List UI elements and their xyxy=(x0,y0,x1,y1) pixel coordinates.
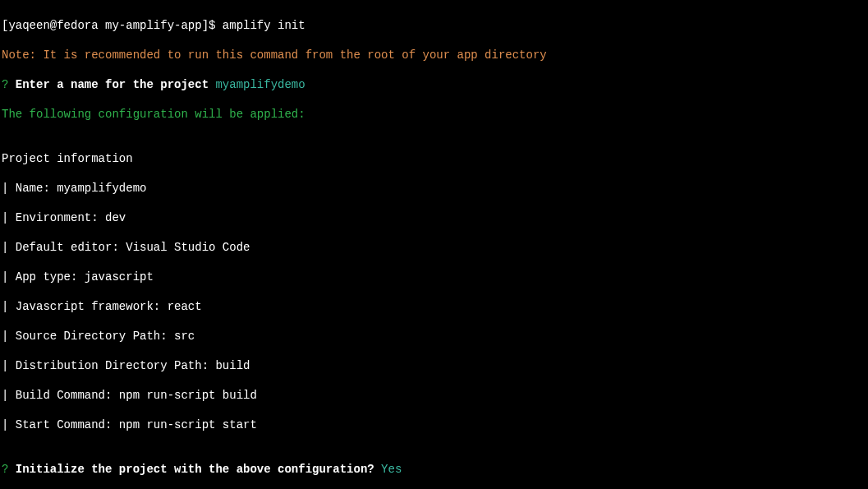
proj-build: | Build Command: npm run-script build xyxy=(2,389,257,402)
proj-framework: | Javascript framework: react xyxy=(2,300,202,313)
proj-apptype: | App type: javascript xyxy=(2,270,154,284)
proj-env: | Environment: dev xyxy=(2,211,126,224)
note-line: Note: It is recommended to run this comm… xyxy=(2,48,547,62)
proj-distdir: | Distribution Directory Path: build xyxy=(2,359,250,372)
proj-name: | Name: myamplifydemo xyxy=(2,182,146,195)
q-init-answer: Yes xyxy=(381,463,402,476)
typed-command: amplify init xyxy=(223,19,305,32)
terminal[interactable]: [yaqeen@fedora my-amplify-app]$ amplify … xyxy=(0,0,868,489)
proj-srcdir: | Source Directory Path: src xyxy=(2,330,195,343)
shell-prompt: [yaqeen@fedora my-amplify-app]$ xyxy=(2,19,223,32)
project-info-header: Project information xyxy=(2,152,133,165)
q-init-label: Initialize the project with the above co… xyxy=(8,463,381,476)
q-project-name-answer: myamplifydemo xyxy=(215,78,305,91)
proj-start: | Start Command: npm run-script start xyxy=(2,418,257,431)
q-project-name-label: Enter a name for the project xyxy=(8,78,215,91)
config-applied-header: The following configuration will be appl… xyxy=(2,108,305,121)
proj-editor: | Default editor: Visual Studio Code xyxy=(2,241,250,254)
